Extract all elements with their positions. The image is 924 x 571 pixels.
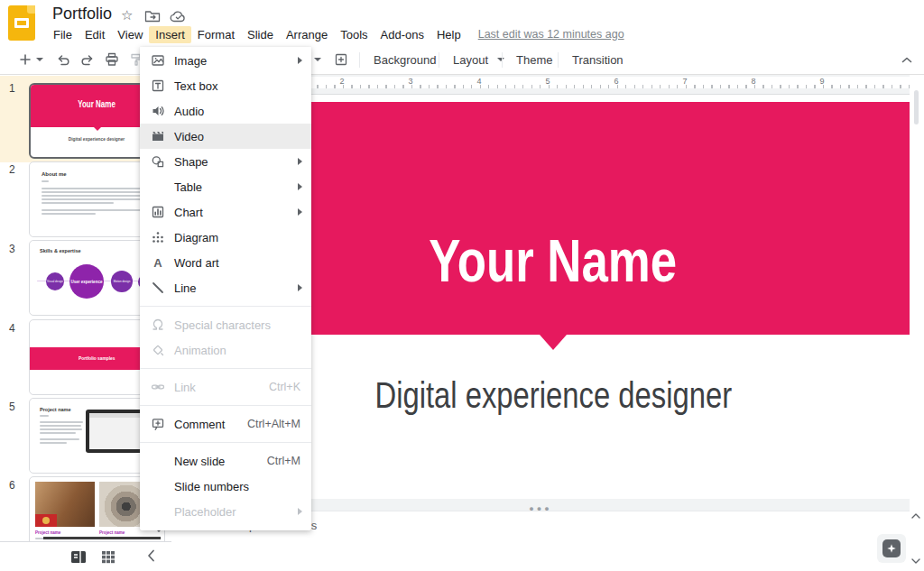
canvas-scrollbar-thumb[interactable]	[914, 90, 919, 124]
menu-item-label: Slide numbers	[174, 480, 249, 493]
insert-text-box-icon-button[interactable]	[330, 50, 352, 69]
logo-fold	[27, 5, 35, 14]
undo-button[interactable]	[52, 50, 74, 69]
menubar-item-format[interactable]: Format	[191, 26, 241, 43]
menu-item-label: Audio	[174, 105, 204, 118]
menubar-item-arrange[interactable]: Arrange	[280, 26, 334, 43]
menu-item-word-art[interactable]: A Word art	[140, 250, 311, 275]
menubar-item-slide[interactable]: Slide	[241, 26, 280, 43]
menu-item-table[interactable]: Table	[140, 174, 311, 199]
chart-icon	[151, 205, 165, 219]
menu-item-new-slide[interactable]: New slide Ctrl+M	[140, 448, 311, 474]
link-icon	[151, 380, 165, 394]
menubar-item-file[interactable]: File	[47, 26, 79, 43]
ruler-number: 4	[476, 77, 481, 86]
menu-item-slide-numbers[interactable]: Slide numbers	[140, 474, 311, 499]
toolbar-separator	[439, 52, 439, 68]
canvas-scrollbar-gutter	[910, 75, 924, 511]
print-button[interactable]	[101, 50, 123, 69]
menu-item-animation: Animation	[140, 337, 311, 363]
collapse-menus-chevron[interactable]	[898, 50, 916, 69]
menu-item-shortcut: Ctrl+K	[260, 381, 300, 393]
filmstrip-scrollbar[interactable]	[43, 537, 161, 539]
new-slide-caret[interactable]	[34, 50, 45, 69]
menubar-item-help[interactable]: Help	[430, 26, 467, 43]
thumb3-circle: Motion design	[111, 271, 133, 292]
new-slide-button[interactable]	[16, 50, 34, 69]
thumb1-title: Your Name	[79, 99, 116, 109]
menubar-item-addons[interactable]: Add-ons	[374, 26, 430, 43]
thumb6-caption: Project name	[99, 530, 125, 535]
slide-number: 4	[9, 322, 15, 335]
text-box-icon	[151, 78, 165, 93]
menu-separator	[140, 405, 311, 406]
thumb6-caption: Project name	[35, 530, 60, 535]
submenu-arrow-icon	[298, 508, 302, 515]
animation-icon	[151, 343, 165, 357]
thumb3-circle: User experience	[69, 264, 104, 299]
menu-item-audio[interactable]: Audio	[140, 98, 311, 124]
ruler-number: 7	[682, 77, 687, 86]
grid-view-icon[interactable]	[101, 550, 116, 564]
collapse-filmstrip-chevron[interactable]	[147, 549, 155, 562]
cloud-status-icon[interactable]	[170, 10, 188, 23]
thumb1-notch	[94, 127, 101, 131]
placeholder-icon-placeholder	[151, 504, 165, 519]
menu-item-video[interactable]: Video	[140, 124, 311, 149]
menu-item-diagram[interactable]: Diagram	[140, 225, 311, 250]
thumb4-banner-text: Portfolio samples	[79, 355, 115, 361]
transition-button[interactable]: Transition	[563, 50, 633, 69]
menu-item-shape[interactable]: Shape	[140, 149, 311, 174]
layout-label: Layout	[444, 53, 497, 67]
scroll-up-chevron[interactable]	[910, 512, 921, 520]
last-edit-link[interactable]: Last edit was 12 minutes ago	[478, 28, 624, 41]
insert-dropdown-menu: Image Text box Audio Video Shape Table	[140, 47, 311, 530]
menu-item-label: Placeholder	[174, 505, 236, 519]
menu-item-text-box[interactable]: Text box	[140, 73, 311, 98]
explore-button[interactable]	[877, 534, 906, 563]
document-title[interactable]: Portfolio	[52, 5, 112, 23]
slide-number: 6	[9, 479, 15, 492]
menu-item-chart[interactable]: Chart	[140, 199, 311, 225]
submenu-arrow-icon	[298, 183, 302, 190]
menu-separator	[140, 306, 311, 307]
menu-item-image[interactable]: Image	[140, 48, 311, 73]
menu-separator	[140, 368, 311, 369]
menubar-item-insert[interactable]: Insert	[149, 26, 191, 43]
svg-text:A: A	[153, 256, 162, 270]
diagram-icon	[151, 230, 165, 244]
ruler-number: 8	[751, 77, 755, 86]
menu-item-label: Word art	[174, 256, 219, 270]
menu-item-line[interactable]: Line	[140, 275, 311, 300]
menu-item-special-characters: Special characters	[140, 312, 311, 337]
background-button[interactable]: Background	[365, 50, 445, 69]
menu-item-comment[interactable]: Comment Ctrl+Alt+M	[140, 411, 311, 437]
zoom-caret[interactable]	[313, 50, 322, 69]
menu-separator	[140, 442, 311, 443]
google-slides-window: Portfolio ☆ File Edit View Insert Format…	[0, 0, 924, 571]
menubar-item-edit[interactable]: Edit	[79, 26, 111, 43]
banner-notch	[540, 335, 567, 350]
shape-icon	[151, 154, 165, 169]
move-folder-icon[interactable]	[144, 10, 161, 23]
redo-button[interactable]	[77, 50, 98, 69]
slides-logo[interactable]	[8, 5, 35, 41]
submenu-arrow-icon	[298, 57, 302, 64]
menu-item-label: Video	[174, 130, 204, 143]
submenu-arrow-icon	[298, 158, 302, 165]
menu-item-label: Text box	[174, 79, 217, 93]
theme-button[interactable]: Theme	[507, 50, 561, 69]
scroll-down-chevron[interactable]	[910, 557, 921, 565]
toolbar: Background Layout Theme Transition	[0, 45, 924, 75]
slide-number: 3	[9, 243, 15, 255]
toolbar-separator	[558, 52, 559, 68]
menubar-item-view[interactable]: View	[111, 26, 149, 43]
menu-item-label: Comment	[174, 418, 225, 431]
comment-icon	[151, 417, 165, 431]
filmstrip-view-icon[interactable]	[70, 550, 87, 564]
slide-numbers-icon-placeholder	[151, 479, 165, 493]
menubar-item-tools[interactable]: Tools	[334, 26, 374, 43]
star-icon[interactable]: ☆	[121, 7, 133, 23]
menu-item-label: Animation	[174, 344, 226, 357]
thumb6-photo-left	[35, 482, 95, 527]
